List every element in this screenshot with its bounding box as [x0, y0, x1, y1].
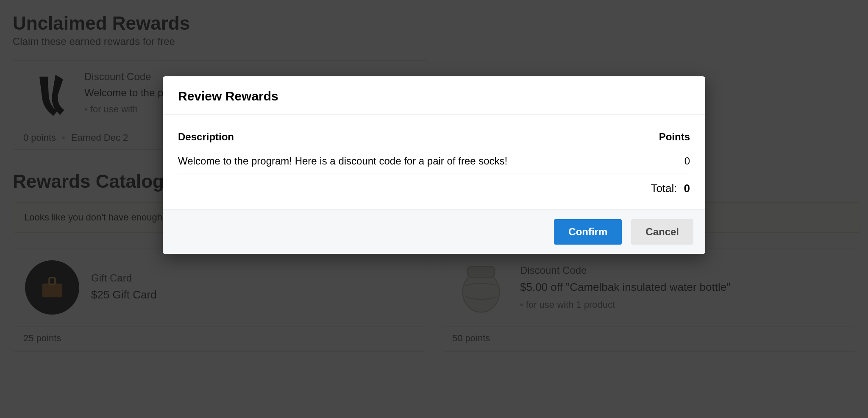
total-label: Total:: [651, 182, 677, 195]
modal-title: Review Rewards: [163, 76, 705, 115]
col-points: Points: [659, 131, 690, 143]
modal-overlay[interactable]: Review Rewards Description Points Welcom…: [0, 0, 868, 418]
modal-total-row: Total: 0: [178, 173, 690, 205]
col-description: Description: [178, 131, 234, 143]
cancel-button[interactable]: Cancel: [631, 219, 693, 245]
confirm-button[interactable]: Confirm: [554, 219, 622, 245]
modal-table-header: Description Points: [178, 125, 690, 149]
review-rewards-modal: Review Rewards Description Points Welcom…: [163, 76, 705, 254]
row-points: 0: [684, 155, 690, 167]
row-description: Welcome to the program! Here is a discou…: [178, 155, 507, 167]
modal-footer: Confirm Cancel: [163, 209, 705, 254]
modal-table-row: Welcome to the program! Here is a discou…: [178, 149, 690, 173]
total-value: 0: [684, 182, 690, 195]
